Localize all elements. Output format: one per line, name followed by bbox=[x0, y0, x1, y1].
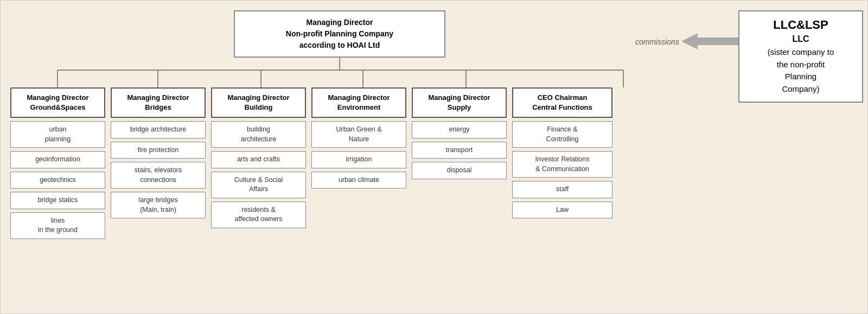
item-finance-controlling: Finance &Controlling bbox=[512, 121, 612, 148]
item-bridge-architecture: bridge architecture bbox=[111, 121, 206, 139]
llc-title: LLC&LSP bbox=[748, 18, 853, 32]
llc-box: LLC&LSP LLC (sister company tothe non-pr… bbox=[738, 10, 863, 103]
col-header-supply: Managing DirectorSupply bbox=[412, 87, 507, 118]
col-header-environment: Managing DirectorEnvironment bbox=[311, 87, 406, 118]
column-ground-spaces: Managing DirectorGround&Spaces urbanplan… bbox=[10, 87, 105, 239]
item-transport: transport bbox=[412, 142, 507, 159]
main-layout: Managing Director Non-profit Planning Co… bbox=[0, 0, 868, 314]
top-box: Managing Director Non-profit Planning Co… bbox=[234, 10, 445, 58]
column-central-functions: CEO ChairmanCentral Functions Finance &C… bbox=[512, 87, 612, 239]
col-header-ground-spaces: Managing DirectorGround&Spaces bbox=[10, 87, 105, 118]
item-bridge-statics: bridge statics bbox=[10, 192, 105, 209]
svg-marker-8 bbox=[681, 33, 698, 49]
item-urban-planning: urbanplanning bbox=[10, 121, 105, 148]
item-building-architecture: buildingarchitecture bbox=[211, 121, 306, 148]
column-building: Managing DirectorBuilding buildingarchit… bbox=[211, 87, 306, 239]
columns-container: Managing DirectorGround&Spaces urbanplan… bbox=[10, 87, 694, 239]
top-director-box: Managing Director Non-profit Planning Co… bbox=[234, 10, 445, 58]
item-stairs-elevators: stairs, elevatorsconnections bbox=[111, 162, 206, 189]
top-box-line3: according to HOAI Ltd bbox=[299, 41, 380, 49]
column-bridges: Managing DirectorBridges bridge architec… bbox=[111, 87, 206, 239]
col-header-bridges: Managing DirectorBridges bbox=[111, 87, 206, 118]
item-residents-owners: residents &affected owners bbox=[211, 202, 306, 228]
top-box-line1: Managing Director bbox=[307, 18, 373, 27]
item-staff: staff bbox=[512, 181, 612, 198]
item-law: Law bbox=[512, 202, 612, 219]
item-fire-protection: fire protection bbox=[111, 142, 206, 159]
item-urban-climate: urban climate bbox=[311, 172, 406, 189]
item-lines-ground: linesin the ground bbox=[10, 212, 105, 239]
item-investor-relations: Investor Relations& Communication bbox=[512, 151, 612, 178]
item-energy: energy bbox=[412, 121, 507, 139]
llc-subtitle: LLC bbox=[748, 34, 853, 44]
item-geoinformation: geoinformation bbox=[10, 151, 105, 168]
llc-panel: LLC&LSP LLC (sister company tothe non-pr… bbox=[738, 10, 858, 103]
col-header-central-functions: CEO ChairmanCentral Functions bbox=[512, 87, 612, 118]
item-irrigation: irrigation bbox=[311, 151, 406, 168]
column-supply: Managing DirectorSupply energy transport… bbox=[412, 87, 507, 239]
item-culture-social: Culture & SocialAffairs bbox=[211, 172, 306, 198]
item-geotechnics: geotechnics bbox=[10, 172, 105, 189]
commissions-label: commissions bbox=[635, 37, 679, 46]
item-disposal: disposal bbox=[412, 162, 507, 179]
item-large-bridges: large bridges(Main, train) bbox=[111, 192, 206, 218]
item-arts-crafts: arts and crafts bbox=[211, 151, 306, 168]
top-box-line2: Non-profit Planning Company bbox=[286, 29, 393, 38]
column-environment: Managing DirectorEnvironment Urban Green… bbox=[311, 87, 406, 239]
col-header-building: Managing DirectorBuilding bbox=[211, 87, 306, 118]
item-urban-green: Urban Green &Nature bbox=[311, 121, 406, 148]
llc-desc: (sister company tothe non-profitPlanning… bbox=[748, 46, 853, 95]
